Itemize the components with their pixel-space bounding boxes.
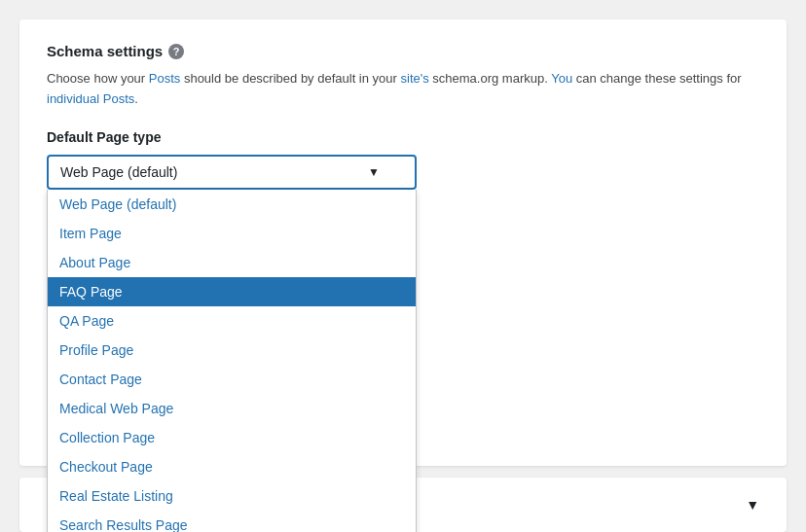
you-link[interactable]: You: [551, 71, 572, 86]
dropdown-item[interactable]: Contact Page: [48, 365, 416, 394]
dropdown-item[interactable]: Profile Page: [48, 336, 416, 365]
schema-description: Choose how your Posts should be describe…: [47, 69, 759, 110]
dropdown-item[interactable]: Collection Page: [48, 423, 416, 452]
dropdown-item[interactable]: About Page: [48, 248, 416, 277]
dropdown-item[interactable]: Checkout Page: [48, 452, 416, 481]
page-wrapper: Schema settings ? Choose how your Posts …: [0, 0, 806, 532]
bottom-chevron-down-icon[interactable]: ▼: [746, 497, 759, 513]
schema-settings-label: Schema settings: [47, 43, 163, 59]
dropdown-item[interactable]: Item Page: [48, 219, 416, 248]
help-icon[interactable]: ?: [168, 44, 184, 59]
individual-posts-link[interactable]: individual Posts: [47, 91, 134, 106]
dropdown-item[interactable]: FAQ Page: [48, 277, 416, 306]
dropdown-item[interactable]: Search Results Page: [48, 511, 416, 532]
chevron-down-icon: ▼: [368, 165, 380, 179]
site-link[interactable]: site's: [401, 71, 429, 86]
dropdown-item[interactable]: QA Page: [48, 306, 416, 336]
dropdown-item[interactable]: Real Estate Listing: [48, 481, 416, 511]
schema-title-row: Schema settings ?: [47, 43, 759, 59]
dropdown-item[interactable]: Web Page (default): [48, 190, 416, 219]
schema-settings-card: Schema settings ? Choose how your Posts …: [19, 19, 787, 466]
select-value: Web Page (default): [60, 164, 177, 180]
field-label: Default Page type: [47, 129, 759, 145]
dropdown-item[interactable]: Medical Web Page: [48, 394, 416, 423]
select-button[interactable]: Web Page (default) ▼: [47, 155, 417, 190]
select-wrapper: Web Page (default) ▼ Web Page (default)I…: [47, 155, 417, 190]
posts-link[interactable]: Posts: [149, 71, 181, 86]
dropdown-list: Web Page (default)Item PageAbout PageFAQ…: [47, 190, 417, 532]
